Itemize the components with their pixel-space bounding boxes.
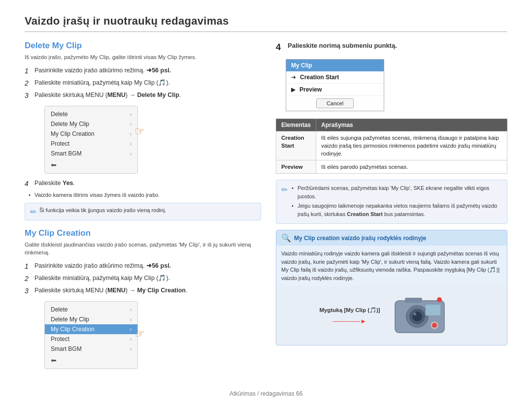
page-title-divider [25,31,507,32]
creation-step-1: 1 Pasirinkite vaizdo įrašo atkūrimo reži… [25,261,261,272]
hand-cursor-1: ☞ [134,125,145,138]
creation-menu-protect: Protect› [45,334,137,344]
my-clip-creation-subtitle: Galite išskleisti jaudinančias vaizdo įr… [25,241,261,256]
back-icon: ⬅ [51,161,57,169]
creation-step-3: 3 Palieskite skirtuką MENU (MENU) → My C… [25,286,261,296]
step-1-text: Pasirinkite vaizdo įrašo atkūrimo režimą… [34,66,171,75]
svg-point-4 [413,312,416,315]
table-desc-preview: Iš eilės parodo pažymėtas scenas. [316,160,507,174]
creation-step-2-text: Palieskite miniatiūrą, pažymėtą kaip My … [34,274,170,283]
dialog-cancel-area: Cancel [286,96,384,111]
right-step-4-text: Palieskite norimą submeniu punktą. [288,41,397,51]
delete-my-clip-section: Delete My Clip Iš vaizdo įrašo, pažymėto… [25,41,261,220]
step-num-4a: 4 [25,179,33,189]
my-clip-dialog: My Clip ➜ Creation Start ▶ Preview Cance… [286,59,384,111]
two-col-layout: Delete My Clip Iš vaizdo įrašo, pažymėto… [25,41,507,374]
clip-creation-header: 🔍 My Clip creation vaizdo įrašų rodyklės… [276,230,507,246]
creation-start-icon: ➜ [291,74,296,81]
delete-bullet: Vaizdo kamera ištrins visas žymes iš vai… [25,191,261,199]
page-title: Vaizdo įrašų ir nuotraukų redagavimas [25,15,507,28]
step-2-text: Palieskite miniatiūrą, pažymėtą kaip My … [34,78,170,88]
table-term-creation: CreationStart [276,131,316,160]
preview-icon: ▶ [291,86,296,93]
creation-menu-delete-my-clip: Delete My Clip› [45,314,137,324]
arrow-icon: ──────► [333,317,366,325]
creation-menu-back: ⬅ [45,355,137,366]
svg-point-7 [432,323,437,328]
menu-item-smart-bgm: Smart BGM› [45,149,137,158]
delete-menu-box: Delete› Delete My Clip› My Clip Creation… [44,106,138,174]
creation-menu-box: Delete› Delete My Clip› My Clip Creation… [44,301,138,369]
creation-menu-smart-bgm: Smart BGM› [45,344,137,354]
menu-back-btn: ⬅ [45,159,137,170]
my-clip-creation-heading: My Clip Creation [25,228,261,238]
menu-item-delete: Delete› [45,109,137,119]
svg-rect-8 [405,298,422,303]
creation-menu-delete: Delete› [45,305,137,314]
creation-start-label: Creation Start [300,74,339,81]
delete-step-3: 3 Palieskite skirtuką MENU (MENU) → Dele… [25,91,261,101]
arrow-indicator: ──────► [333,317,366,325]
creation-step-num-3: 3 [25,286,33,296]
page-footer: Atkūrimas / redagavimas 66 [0,390,532,397]
info-table: Elementas Aprašymas CreationStart Iš eil… [276,119,507,174]
delete-step-1: 1 Pasirinkite vaizdo įrašo atkūrimo reži… [25,66,261,76]
svg-rect-5 [426,305,440,315]
creation-step-num-2: 2 [25,274,33,284]
creation-step-num-1: 1 [25,261,33,272]
table-term-preview: Preview [276,160,316,174]
menu-item-protect: Protect› [45,139,137,149]
creation-step-2: 2 Palieskite miniatiūrą, pažymėtą kaip M… [25,274,261,284]
dialog-preview: ▶ Preview [286,84,384,96]
camera-illustration [390,291,464,340]
cancel-button[interactable]: Cancel [316,98,354,108]
clip-creation-heading-text: My Clip creation vaizdo įrašų rodyklės r… [294,235,426,242]
footer-text: Atkūrimas / redagavimas 66 [230,390,303,397]
delete-step-4-label: 4 Palieskite Yes. [25,179,261,189]
info-icon-2: ✏ [281,185,288,194]
clip-creation-body-text: Vaizdo miniatiūrų rodinyje vaizdo kamera… [276,246,507,286]
delete-info-box: ✏ Ši funkcija veikia tik įjungus vaizdo … [25,203,261,220]
right-step-4: 4 Palieskite norimą submeniu punktą. [276,41,507,54]
creation-menu-my-clip-creation: My Clip Creation› [45,324,137,334]
col-left: Delete My Clip Iš vaizdo įrašo, pažymėto… [25,41,261,374]
dialog-creation-start: ➜ Creation Start [286,71,384,84]
delete-my-clip-subtitle: Iš vaizdo įrašo, pažymėto My Clip, galit… [25,53,261,61]
preview-label: Preview [299,86,322,93]
delete-info-text: Ši funkcija veikia tik įjungus vaizdo įr… [39,207,166,214]
info-bullets-block: Peržiūrėdami scenas, pažymėtas kaip 'My … [291,184,502,219]
step-num-3: 3 [25,91,33,101]
step-num-2: 2 [25,78,33,89]
delete-step-2: 2 Palieskite miniatiūrą, pažymėtą kaip M… [25,78,261,89]
table-col1-header: Elementas [276,119,316,131]
col-right: 4 Palieskite norimą submeniu punktą. My … [276,41,507,374]
table-col2-header: Aprašymas [316,119,507,131]
back-icon-2: ⬅ [51,356,57,364]
info-bullet-2: Jeigu saugojimo laikmenoje nepakanka vie… [291,202,502,218]
clip-creation-camera-area: Mygtuką [My Clip (🎵)] ──────► [276,286,507,345]
clip-creation-box: 🔍 My Clip creation vaizdo įrašų rodyklės… [276,230,507,345]
delete-my-clip-heading: Delete My Clip [25,41,261,51]
info-icon-1: ✏ [30,207,36,217]
right-info-box-bullets: ✏ Peržiūrėdami scenas, pažymėtas kaip 'M… [276,180,507,224]
table-row-creation-start: CreationStart Iš eilės sujungia pažymėta… [276,131,507,160]
step-3-text: Palieskite skirtuką MENU (MENU) → Delete… [34,91,181,100]
menu-item-delete-my-clip: Delete My Clip› [45,119,137,129]
my-clip-creation-section: My Clip Creation Galite išskleisti jaudi… [25,228,261,369]
dialog-header: My Clip [286,60,384,71]
creation-step-3-text: Palieskite skirtuką MENU (MENU) → My Cli… [34,286,187,295]
info-bullet-1: Peržiūrėdami scenas, pažymėtas kaip 'My … [291,184,502,200]
creation-step-1-text: Pasirinkite vaizdo įrašo atkūrimo režimą… [34,261,171,271]
table-desc-creation: Iš eilės sujungia pažymėtas scenas, rink… [316,131,507,160]
hand-cursor-2: ☞ [134,327,145,341]
step-num-1: 1 [25,66,33,76]
camera-label-area: Mygtuką [My Clip (🎵)] ──────► [319,307,380,325]
clip-creation-icon: 🔍 [281,233,291,243]
right-step-num-4: 4 [276,41,284,54]
svg-point-9 [437,297,442,302]
table-row-preview: Preview Iš eilės parodo pažymėtas scenas… [276,160,507,174]
page-container: Vaizdo įrašų ir nuotraukų redagavimas De… [0,0,532,406]
mygtukas-label: Mygtuką [My Clip (🎵)] [319,307,380,313]
step-4a-text: Palieskite Yes. [34,179,75,188]
menu-item-my-clip-creation: My Clip Creation› [45,129,137,139]
